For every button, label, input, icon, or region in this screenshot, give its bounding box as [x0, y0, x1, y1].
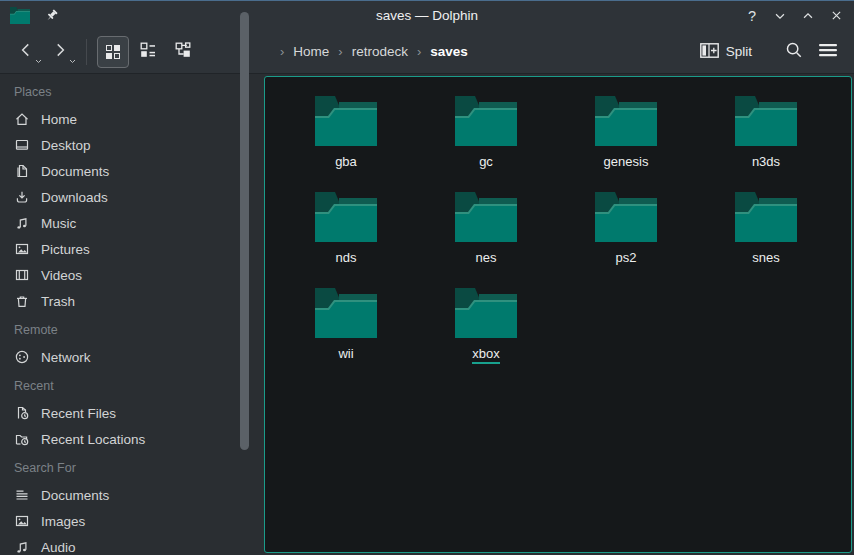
folder-icon — [595, 192, 657, 242]
window-controls: ? — [742, 5, 846, 27]
document-icon — [14, 163, 30, 179]
sidebar-item-label: Images — [41, 514, 85, 529]
sidebar-item-label: Recent Locations — [41, 432, 145, 447]
folder-label: gba — [335, 154, 357, 169]
folder-item-gba[interactable]: gba — [276, 88, 416, 184]
search-icon — [785, 41, 803, 62]
back-dropdown-caret-icon — [35, 52, 42, 67]
toolbar-separator — [86, 39, 87, 65]
toolbar: › Home › retrodeck › saves Split — [0, 30, 854, 74]
folder-grid: gba gc genesis n3ds nds nes ps2 snes — [265, 77, 851, 376]
folder-item-xbox[interactable]: xbox — [416, 280, 556, 376]
folder-label: snes — [752, 250, 779, 265]
folder-item-ps2[interactable]: ps2 — [556, 184, 696, 280]
details-view-icon — [140, 42, 156, 61]
sidebar-scrollbar[interactable] — [240, 12, 249, 450]
sidebar-item-label: Audio — [41, 540, 76, 555]
sidebar-item-label: Downloads — [41, 190, 108, 205]
folder-item-gc[interactable]: gc — [416, 88, 556, 184]
forward-button[interactable] — [46, 38, 74, 66]
sidebar-item-audio[interactable]: Audio — [14, 534, 262, 555]
maximize-button[interactable] — [798, 5, 818, 27]
details-view-button[interactable] — [132, 36, 164, 68]
folder-item-wii[interactable]: wii — [276, 280, 416, 376]
sidebar-item-music[interactable]: Music — [14, 210, 262, 236]
tree-view-button[interactable] — [167, 36, 199, 68]
image-icon — [14, 241, 30, 257]
folder-item-nds[interactable]: nds — [276, 184, 416, 280]
tree-view-icon — [175, 42, 191, 61]
app-folder-icon — [10, 7, 30, 24]
sidebar-section-remote: Remote — [14, 323, 262, 337]
video-icon — [14, 267, 30, 283]
sidebar-item-label: Trash — [41, 294, 75, 309]
folder-icon — [315, 96, 377, 146]
sidebar-item-documents[interactable]: Documents — [14, 482, 262, 508]
pin-icon[interactable] — [44, 8, 59, 23]
back-button[interactable] — [12, 38, 40, 66]
icons-view-button[interactable] — [97, 36, 129, 68]
folder-item-genesis[interactable]: genesis — [556, 88, 696, 184]
music-icon — [14, 539, 30, 555]
chevron-left-icon — [17, 41, 35, 62]
menu-button[interactable] — [814, 38, 842, 66]
sidebar-item-recent-files[interactable]: Recent Files — [14, 400, 262, 426]
breadcrumb-item-saves[interactable]: saves — [430, 44, 468, 59]
folder-item-nes[interactable]: nes — [416, 184, 556, 280]
folder-label: gc — [479, 154, 493, 169]
folder-label: wii — [338, 346, 353, 361]
sidebar-item-trash[interactable]: Trash — [14, 288, 262, 314]
recent-files-icon — [14, 405, 30, 421]
close-button[interactable] — [826, 5, 846, 27]
document-lines-icon — [14, 487, 30, 503]
folder-item-n3ds[interactable]: n3ds — [696, 88, 836, 184]
split-button[interactable]: Split — [696, 43, 756, 61]
trash-icon — [14, 293, 30, 309]
folder-label: nes — [476, 250, 497, 265]
sidebar-item-label: Network — [41, 350, 91, 365]
folder-icon — [455, 96, 517, 146]
folder-label: genesis — [604, 154, 649, 169]
folder-icon — [315, 192, 377, 242]
help-button[interactable]: ? — [742, 5, 762, 27]
sidebar-item-label: Desktop — [41, 138, 91, 153]
music-icon — [14, 215, 30, 231]
sidebar-item-label: Home — [41, 112, 77, 127]
sidebar-item-label: Pictures — [41, 242, 90, 257]
home-icon — [14, 111, 30, 127]
minimize-button[interactable] — [770, 5, 790, 27]
sidebar-item-recent-locations[interactable]: Recent Locations — [14, 426, 262, 452]
close-icon — [830, 9, 843, 22]
folder-label: ps2 — [616, 250, 637, 265]
search-button[interactable] — [780, 38, 808, 66]
download-icon — [14, 189, 30, 205]
hamburger-menu-icon — [818, 42, 838, 61]
network-icon — [14, 349, 30, 365]
sidebar-item-videos[interactable]: Videos — [14, 262, 262, 288]
folder-icon — [455, 192, 517, 242]
chevron-right-icon — [51, 41, 69, 62]
image-icon — [14, 513, 30, 529]
sidebar-item-home[interactable]: Home — [14, 106, 262, 132]
sidebar-section-search-for: Search For — [14, 461, 262, 475]
breadcrumb-item-retrodeck[interactable]: retrodeck — [352, 44, 408, 59]
folder-icon — [735, 96, 797, 146]
sidebar-item-downloads[interactable]: Downloads — [14, 184, 262, 210]
folder-icon — [595, 96, 657, 146]
split-view-icon — [700, 43, 719, 61]
window-title: saves — Dolphin — [0, 8, 854, 23]
sidebar-item-documents[interactable]: Documents — [14, 158, 262, 184]
sidebar-item-images[interactable]: Images — [14, 508, 262, 534]
sidebar-item-network[interactable]: Network — [14, 344, 262, 370]
sidebar-item-pictures[interactable]: Pictures — [14, 236, 262, 262]
folder-label: xbox — [472, 346, 499, 364]
folder-icon — [315, 288, 377, 338]
help-icon: ? — [748, 8, 756, 24]
folder-label: n3ds — [752, 154, 780, 169]
sidebar-item-label: Music — [41, 216, 76, 231]
sidebar-item-desktop[interactable]: Desktop — [14, 132, 262, 158]
folder-icon — [455, 288, 517, 338]
folder-item-snes[interactable]: snes — [696, 184, 836, 280]
breadcrumb-separator: › — [280, 44, 284, 59]
breadcrumb-item-home[interactable]: Home — [293, 44, 329, 59]
